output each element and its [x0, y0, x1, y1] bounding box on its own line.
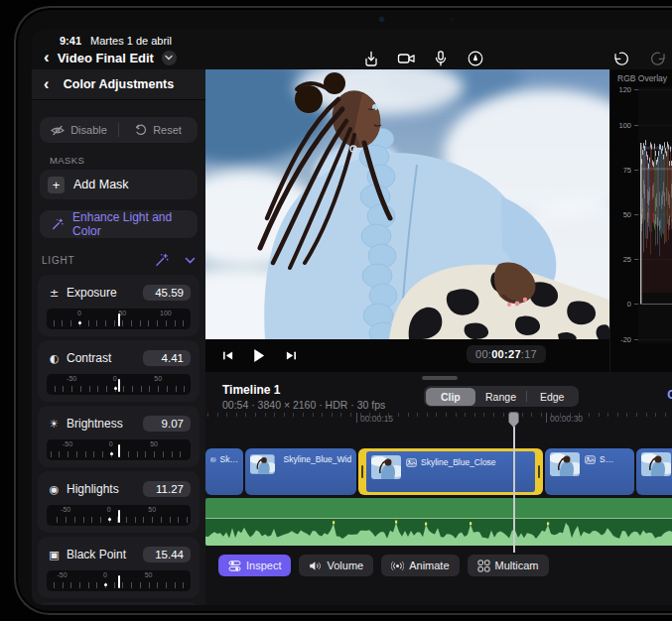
timeline-clip[interactable]: Skyline_Blue_Wide [245, 448, 356, 495]
timeline-tick [207, 413, 208, 417]
pencil-tool-button[interactable] [466, 49, 485, 68]
clip-label: Sk… [220, 454, 238, 464]
front-camera [379, 17, 384, 22]
svg-text:-20: -20 [620, 335, 631, 344]
ruler-tick [97, 386, 98, 392]
masks-section-label: MASKS [50, 155, 205, 166]
slider-handle[interactable] [118, 313, 120, 326]
slider-value[interactable]: 9.07 [143, 416, 191, 432]
slider-handle[interactable] [118, 379, 120, 392]
undo-button[interactable] [609, 49, 629, 68]
ruler-tick-label: 50 [148, 506, 156, 513]
timeline-tick [436, 413, 437, 417]
add-mask-button[interactable]: + Add Mask [40, 170, 198, 199]
slider-ruler[interactable]: -50050 [47, 505, 191, 526]
disable-button[interactable]: Disable [40, 124, 118, 136]
slider-value[interactable]: 4.41 [143, 350, 191, 366]
slider-handle[interactable] [118, 575, 120, 588]
video-viewer [205, 69, 609, 339]
trim-handle-left[interactable] [361, 465, 363, 478]
volume-icon [309, 559, 322, 572]
ruler-tick-label: -50 [58, 571, 67, 578]
timeline-tick [332, 413, 333, 417]
ipad-device: 9:41 Martes 1 de abril ‹ Video Final Edi… [14, 6, 672, 615]
ruler-tick [128, 451, 129, 457]
svg-text:25: 25 [623, 255, 631, 264]
import-button[interactable] [361, 49, 381, 68]
clip-label: Skyline_Blue_Close [421, 457, 496, 467]
animate-button[interactable]: Animate [381, 555, 459, 576]
magic-wand-icon [52, 217, 64, 231]
ruler-tick [59, 451, 60, 457]
animate-icon [391, 559, 404, 572]
title-dropdown-button[interactable] [162, 51, 177, 65]
slider-label: Black Point [67, 548, 126, 561]
timeline-tick [531, 413, 532, 417]
light-collapse-button[interactable] [185, 257, 196, 264]
slider-handle[interactable] [118, 510, 120, 523]
enhance-light-color-button[interactable]: Enhance Light and Color [40, 210, 198, 238]
panel-back-button[interactable]: ‹ [44, 75, 49, 93]
ruler-tick [55, 386, 56, 392]
ruler-tick [93, 451, 94, 457]
reset-button[interactable]: Reset [119, 124, 198, 136]
ruler-tick [63, 582, 64, 588]
panel-drag-handle[interactable] [422, 376, 458, 380]
project-title-button[interactable]: ‹ Video Final Edit [44, 48, 177, 67]
timeline-clip[interactable]: Skyline_Blue_Close [366, 451, 535, 492]
segment-range[interactable]: Range [475, 388, 526, 406]
slider-ruler[interactable]: 050100 [47, 309, 191, 329]
add-mask-label: Add Mask [73, 178, 129, 191]
light-auto-button[interactable] [155, 253, 169, 267]
ruler-tick [158, 386, 159, 392]
inspect-button[interactable]: Inspect [218, 555, 291, 576]
cut-off-button[interactable]: C [667, 388, 672, 402]
play-icon [250, 347, 267, 364]
inspect-icon [228, 559, 241, 572]
slider-ruler[interactable]: -50050 [47, 374, 191, 395]
timeline-clip[interactable]: S… [545, 448, 634, 495]
slider-ruler[interactable]: -50050 [47, 439, 191, 460]
chevron-down-icon [165, 55, 173, 61]
timeline-tick [303, 413, 304, 417]
ruler-tick [51, 451, 52, 457]
segment-clip[interactable]: Clip [426, 388, 476, 406]
ruler-tick [131, 320, 132, 326]
slider-handle[interactable] [118, 444, 120, 457]
timeline-tick-major [356, 413, 357, 423]
multicam-button[interactable]: Multicam [468, 555, 549, 576]
timeline-clip[interactable]: Sk… [205, 448, 243, 495]
volume-button[interactable]: Volume [299, 555, 373, 576]
record-video-button[interactable] [396, 49, 416, 68]
origin-dot [78, 321, 81, 324]
skip-back-button[interactable] [221, 349, 234, 362]
scope-waveform: 1201007550250-20 [610, 69, 672, 372]
skip-forward-button[interactable] [285, 349, 298, 362]
timeline-tick [350, 413, 351, 417]
ruler-tick [149, 582, 150, 588]
ruler-tick [76, 451, 77, 457]
ruler-tick [183, 582, 184, 588]
audio-track[interactable] [205, 498, 672, 546]
timeline-ruler[interactable]: 00:00:1500:00:30 [205, 412, 672, 430]
photo-icon [585, 455, 596, 464]
back-chevron-icon[interactable]: ‹ [44, 48, 50, 67]
status-date: Martes 1 de abril [90, 35, 172, 47]
trim-handle-right[interactable] [538, 465, 540, 478]
redo-button[interactable] [649, 49, 669, 68]
video-camera-icon [397, 50, 416, 67]
segment-edge[interactable]: Edge [527, 388, 578, 406]
selected-clip[interactable]: Skyline_Blue_Close [358, 448, 543, 495]
slider-value[interactable]: 15.44 [143, 547, 191, 562]
ruler-tick [122, 320, 123, 326]
main-area: 00:00:27:17 RGB Overlay 1201007550250-20… [205, 69, 672, 605]
timeline-tick [599, 413, 600, 417]
timeline-tick-major [546, 413, 547, 423]
record-audio-button[interactable] [431, 49, 451, 68]
slider-value[interactable]: 11.27 [143, 481, 191, 497]
play-button[interactable] [250, 347, 267, 364]
timeline-clip[interactable] [636, 448, 672, 495]
slider-value[interactable]: 45.59 [143, 285, 191, 301]
slider-ruler[interactable]: -50050 [47, 570, 191, 591]
button-label: Animate [409, 559, 449, 571]
